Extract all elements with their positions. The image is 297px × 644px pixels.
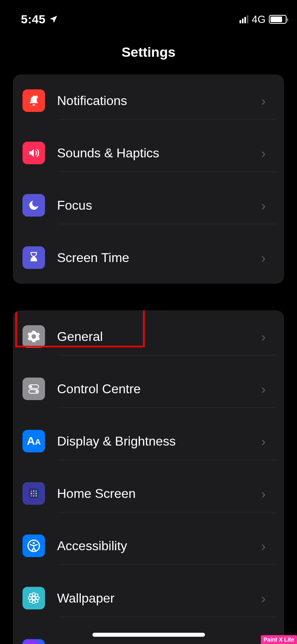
battery-icon <box>269 15 287 24</box>
svg-point-13 <box>33 495 35 497</box>
chevron-right-icon: › <box>261 433 266 449</box>
svg-point-2 <box>30 386 32 388</box>
gear-icon <box>23 325 45 348</box>
svg-point-12 <box>31 495 32 497</box>
row-notifications[interactable]: Notifications › <box>13 74 284 127</box>
svg-point-6 <box>31 490 32 492</box>
row-label: Control Centre <box>57 382 261 396</box>
chevron-right-icon: › <box>261 590 266 606</box>
hourglass-icon <box>23 246 45 269</box>
row-accessibility[interactable]: Accessibility › <box>13 520 284 572</box>
svg-point-17 <box>32 597 35 600</box>
row-control-centre[interactable]: Control Centre › <box>13 363 284 415</box>
svg-point-7 <box>33 490 35 492</box>
row-focus[interactable]: Focus › <box>13 179 284 231</box>
status-bar: 5:45 4G <box>0 0 297 32</box>
chevron-right-icon: › <box>261 198 266 213</box>
svg-point-4 <box>35 390 38 393</box>
status-time: 5:45 <box>21 12 45 26</box>
row-label: Notifications <box>57 93 261 108</box>
accessibility-icon <box>23 535 45 557</box>
status-right: 4G <box>240 13 287 26</box>
svg-point-16 <box>33 542 35 544</box>
chevron-right-icon: › <box>261 93 266 109</box>
row-home-screen[interactable]: Home Screen › <box>13 467 284 520</box>
row-label: Sounds & Haptics <box>57 146 261 161</box>
aa-icon: AA <box>23 430 45 452</box>
row-sounds-haptics[interactable]: Sounds & Haptics › <box>13 127 284 179</box>
row-wallpaper[interactable]: Wallpaper › <box>13 572 284 624</box>
row-screen-time[interactable]: Screen Time › <box>13 231 284 284</box>
chevron-right-icon: › <box>261 538 266 554</box>
chevron-right-icon: › <box>261 486 266 502</box>
location-icon <box>49 14 58 24</box>
speaker-icon <box>23 142 45 164</box>
page-title: Settings <box>0 44 297 60</box>
toggles-icon <box>23 378 45 400</box>
svg-point-14 <box>35 495 37 497</box>
chevron-right-icon: › <box>261 145 266 161</box>
header: Settings <box>0 32 297 74</box>
apps-icon <box>23 482 45 505</box>
flower-icon <box>23 587 45 609</box>
svg-point-10 <box>33 493 35 494</box>
content: Notifications › Sounds & Haptics › Focus… <box>0 74 297 644</box>
row-general[interactable]: General › <box>13 310 284 363</box>
svg-point-0 <box>35 96 38 99</box>
svg-point-9 <box>31 493 32 494</box>
row-label: Accessibility <box>57 539 261 553</box>
siri-icon <box>23 639 45 644</box>
signal-icon <box>240 15 248 23</box>
row-display-brightness[interactable]: AA Display & Brightness › <box>13 415 284 467</box>
watermark: Paint X Lite <box>261 635 297 644</box>
row-label: General <box>57 329 261 344</box>
row-label: Screen Time <box>57 250 261 265</box>
settings-group-1: General › Control Centre › <box>13 310 284 644</box>
chevron-right-icon: › <box>261 381 266 397</box>
svg-point-11 <box>35 493 37 494</box>
row-label: Home Screen <box>57 486 261 501</box>
moon-icon <box>23 194 45 217</box>
home-indicator[interactable] <box>92 633 205 637</box>
network-label: 4G <box>252 13 266 26</box>
chevron-right-icon: › <box>261 329 266 345</box>
bell-icon <box>23 89 45 112</box>
row-label: Display & Brightness <box>57 434 261 449</box>
chevron-right-icon: › <box>261 250 266 266</box>
row-label: Focus <box>57 198 261 213</box>
row-label: Wallpaper <box>57 591 261 606</box>
svg-point-8 <box>35 490 37 492</box>
settings-group-0: Notifications › Sounds & Haptics › Focus… <box>13 74 284 284</box>
status-left: 5:45 <box>21 12 58 26</box>
